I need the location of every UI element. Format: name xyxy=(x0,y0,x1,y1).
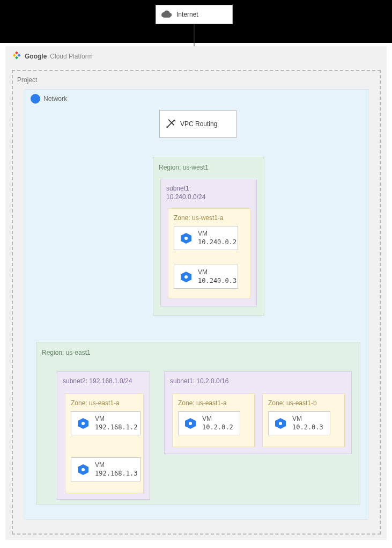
vm-text: VM 192.168.1.2 xyxy=(95,415,137,432)
vm-node: VM 10.240.0.2 xyxy=(174,226,238,250)
region-label: Region: us-west1 xyxy=(159,164,209,171)
svg-point-14 xyxy=(279,422,282,425)
zone-us-east1-b: Zone: us-east1-b VM 10.2.0.3 xyxy=(262,393,345,447)
zone-us-east1-a: Zone: us-east1-a VM 192.168.1.2 xyxy=(65,393,144,493)
internet-label: Internet xyxy=(176,11,198,18)
subnet1-east: subnet1: 10.2.0.0/16 Zone: us-east1-a VM… xyxy=(164,371,352,454)
gcp-logo-icon xyxy=(12,50,21,62)
vm-title: VM xyxy=(202,415,233,423)
subnet-cidr: 10.240.0.0/24 xyxy=(166,193,205,202)
network-container: Network VPC Routing Region: us-west1 sub… xyxy=(25,89,368,520)
vm-text: VM 192.168.1.3 xyxy=(95,461,137,478)
svg-marker-1 xyxy=(174,119,176,121)
vm-ip: 192.168.1.2 xyxy=(95,423,137,432)
network-label: Network xyxy=(43,95,67,103)
project-label: Project xyxy=(17,76,37,84)
diagram-canvas: Internet Google Cloud Platform Project N… xyxy=(0,0,392,548)
compute-engine-icon xyxy=(184,417,197,430)
svg-point-4 xyxy=(184,237,188,240)
vm-node: VM 192.168.1.3 xyxy=(71,457,140,481)
subnet1-west: subnet1: 10.240.0.0/24 Zone: us-west1-a … xyxy=(160,179,257,306)
compute-engine-icon xyxy=(180,271,193,283)
project-container: Project Network VPC Routing Region: us-w… xyxy=(12,70,381,535)
subnet-label: subnet2: 192.168.1.0/24 xyxy=(63,377,132,386)
vm-ip: 10.2.0.3 xyxy=(292,423,323,432)
zone-label: Zone: us-east1-a xyxy=(178,399,227,407)
svg-point-8 xyxy=(82,422,85,425)
cloud-icon xyxy=(161,10,172,19)
zone-label: Zone: us-east1-b xyxy=(268,399,317,407)
vm-text: VM 10.2.0.3 xyxy=(292,415,323,432)
vm-text: VM 10.240.0.3 xyxy=(198,268,236,285)
compute-engine-icon xyxy=(274,417,287,430)
compute-engine-icon xyxy=(77,463,90,476)
vm-ip: 10.240.0.2 xyxy=(198,238,236,247)
svg-point-10 xyxy=(82,468,85,471)
subnet-name: subnet1: xyxy=(166,185,205,193)
vpc-routing-node: VPC Routing xyxy=(159,110,236,138)
routing-icon xyxy=(165,118,176,130)
vm-ip: 10.2.0.2 xyxy=(202,423,233,432)
subnet-label: subnet1: 10.2.0.0/16 xyxy=(170,377,228,386)
subnet2-east: subnet2: 192.168.1.0/24 Zone: us-east1-a… xyxy=(57,371,150,500)
vm-node: VM 10.240.0.3 xyxy=(174,265,238,289)
vm-title: VM xyxy=(292,415,323,423)
subnet-label: subnet1: 10.240.0.0/24 xyxy=(166,185,205,201)
vm-ip: 192.168.1.3 xyxy=(95,470,137,478)
vm-title: VM xyxy=(95,461,137,470)
internet-node: Internet xyxy=(156,5,233,24)
gcp-brand-text1: Google xyxy=(25,53,47,60)
zone-label: Zone: us-west1-a xyxy=(174,214,224,222)
vm-title: VM xyxy=(198,268,236,277)
compute-engine-icon xyxy=(77,417,90,430)
vm-text: VM 10.2.0.2 xyxy=(202,415,233,432)
vm-title: VM xyxy=(95,415,137,423)
zone-us-east1-a-b: Zone: us-east1-a VM 10.2.0.2 xyxy=(172,393,255,447)
vpc-routing-label: VPC Routing xyxy=(180,120,217,128)
region-us-east1: Region: us-east1 subnet2: 192.168.1.0/24… xyxy=(36,342,360,505)
vm-text: VM 10.240.0.2 xyxy=(198,230,236,246)
network-icon xyxy=(31,94,40,104)
gcp-brand: Google Cloud Platform xyxy=(12,50,93,62)
region-label: Region: us-east1 xyxy=(42,349,91,356)
svg-point-6 xyxy=(184,275,188,279)
vm-title: VM xyxy=(198,230,236,238)
zone-label: Zone: us-east1-a xyxy=(71,399,120,407)
vm-node: VM 10.2.0.3 xyxy=(268,411,330,435)
vm-node: VM 192.168.1.2 xyxy=(71,411,140,435)
network-label-group: Network xyxy=(31,94,67,104)
svg-point-12 xyxy=(189,422,192,425)
vm-ip: 10.240.0.3 xyxy=(198,277,236,286)
region-us-west1: Region: us-west1 subnet1: 10.240.0.0/24 … xyxy=(153,157,264,316)
zone-us-west1-a: Zone: us-west1-a VM 10.240.0.2 xyxy=(168,208,250,298)
vm-node: VM 10.2.0.2 xyxy=(178,411,240,435)
compute-engine-icon xyxy=(180,232,193,245)
gcp-brand-text2: Cloud Platform xyxy=(50,53,92,60)
